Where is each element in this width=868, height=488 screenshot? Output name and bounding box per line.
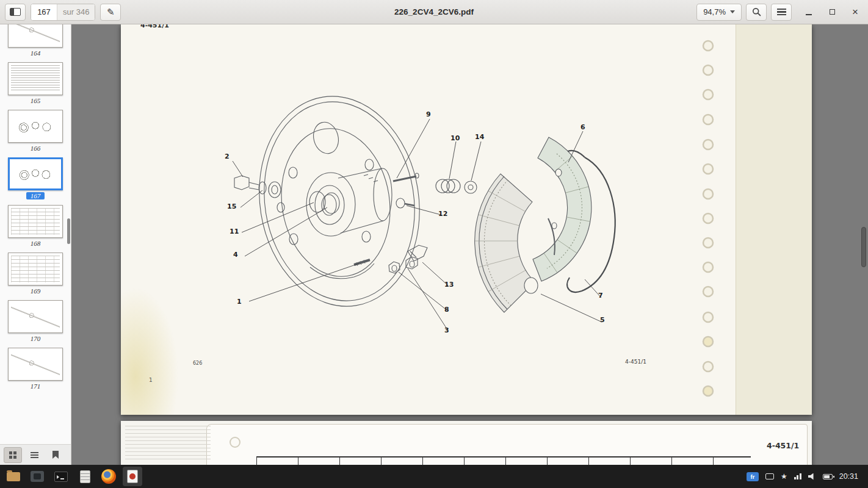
thumbnail-label: 171 [26, 382, 45, 390]
maximize-button[interactable] [826, 7, 837, 18]
battery-icon[interactable] [823, 474, 833, 479]
page-selector: sur 346 [31, 4, 95, 21]
part-callout-1: 1 [237, 298, 242, 306]
file-manager-launcher[interactable] [4, 467, 23, 486]
grid-icon [9, 451, 16, 459]
bookmark-icon [52, 451, 59, 459]
zoom-dropdown[interactable]: 94,7% [696, 4, 742, 21]
page-reference-bottom: 4-451/1 [625, 359, 646, 365]
thumbnail-label-selected: 167 [26, 192, 45, 199]
page-reference-top: 4-451/1 [140, 24, 169, 29]
part-callout-4: 4 [233, 251, 238, 259]
pdf-page-167: 4-451/1 626 4-451/1 1 1 2 3 4 5 6 7 8 9 … [121, 24, 812, 415]
search-button[interactable] [746, 4, 767, 21]
document-viewer-launcher[interactable] [123, 467, 142, 486]
window-controls: × [803, 7, 861, 18]
thumbnail-page-166[interactable]: 166 [8, 110, 63, 152]
thumbnail-page-167[interactable]: 167 [8, 157, 63, 199]
sidebar-toggle-button[interactable] [5, 4, 26, 21]
app-body: 164 165 166 167 168 169 [0, 24, 868, 465]
thumbnail-page-169[interactable]: 169 [8, 253, 63, 295]
header-bar: sur 346 ✎ 226_2CV4_2CV6.pdf 94,7% × [0, 0, 868, 24]
part-callout-14: 14 [475, 133, 484, 141]
thumbnail-label: 170 [26, 335, 45, 342]
page-total-label: sur 346 [57, 4, 95, 20]
thumbnail-label: 168 [26, 240, 45, 247]
bookmarks-view-button[interactable] [46, 447, 65, 463]
part-callout-2: 2 [225, 152, 230, 160]
pencil-icon: ✎ [107, 7, 115, 18]
minimize-button[interactable] [803, 7, 814, 18]
part-callout-3: 3 [444, 326, 449, 334]
sidebar-scrollbar[interactable] [67, 218, 70, 244]
system-tray: fr ★ 20:31 [747, 472, 864, 481]
sidebar-icon [10, 8, 21, 16]
document-view: 4-451/1 626 4-451/1 1 1 2 3 4 5 6 7 8 9 … [71, 24, 868, 465]
thumbnail-page-168[interactable]: 168 [8, 205, 63, 247]
thumbnail-sidebar: 164 165 166 167 168 169 [0, 24, 71, 465]
page-corner-number: 1 [149, 377, 153, 383]
hamburger-icon [777, 9, 786, 15]
clock[interactable]: 20:31 [839, 472, 858, 481]
vertical-scrollbar[interactable] [860, 24, 868, 465]
annotate-button[interactable]: ✎ [100, 4, 121, 21]
chevron-down-icon [730, 10, 735, 13]
taskbar: fr ★ 20:31 [0, 465, 868, 488]
page-binding-edge [736, 24, 812, 415]
scrollbar-thumb[interactable] [861, 227, 866, 267]
display-icon[interactable] [765, 473, 774, 479]
page2-reference: 4-451/1 [767, 441, 799, 450]
thumbnail-label: 165 [26, 97, 45, 104]
page2-table-top [256, 456, 751, 465]
firefox-icon [101, 469, 116, 484]
part-callout-7: 7 [598, 292, 603, 300]
thumbnail-preview [11, 303, 60, 330]
page-stain [121, 287, 179, 415]
volume-icon[interactable] [808, 473, 816, 480]
search-icon [752, 7, 761, 16]
thumbnail-label: 164 [26, 49, 45, 57]
part-callout-10: 10 [450, 134, 460, 142]
thumbnail-preview [11, 65, 60, 92]
plate-code: 626 [193, 361, 202, 366]
thumbnail-list: 164 165 166 167 168 169 [0, 15, 71, 444]
text-editor-launcher[interactable] [75, 467, 95, 486]
graphics-app-icon [31, 471, 44, 482]
page2-binder-hole [230, 437, 241, 448]
network-signal-icon[interactable] [794, 473, 801, 479]
thumbnail-preview [11, 113, 60, 140]
sidebar-footer [0, 444, 71, 465]
annotations-view-button[interactable] [25, 447, 43, 463]
menu-button[interactable] [771, 4, 792, 21]
zoom-level: 94,7% [703, 7, 726, 16]
graphics-app-launcher[interactable] [27, 467, 47, 486]
thumbnail-preview [12, 162, 59, 186]
keyboard-layout-indicator[interactable]: fr [747, 472, 759, 481]
folder-icon [7, 472, 20, 481]
part-callout-12: 12 [438, 210, 447, 218]
page2-text-lines [125, 426, 211, 462]
thumbnails-view-button[interactable] [4, 447, 22, 463]
pdf-page-168: 4-451/1 [121, 421, 812, 465]
thumbnail-preview [11, 256, 60, 282]
part-callout-11: 11 [230, 228, 239, 235]
minimize-icon [806, 14, 812, 15]
close-button[interactable]: × [850, 7, 861, 18]
thumbnail-preview [11, 208, 60, 235]
firefox-launcher[interactable] [99, 467, 118, 486]
brake-assembly-diagram [121, 24, 812, 415]
document-viewer-icon [127, 470, 138, 483]
maximize-icon [830, 9, 835, 15]
terminal-launcher[interactable] [51, 467, 71, 486]
part-callout-15: 15 [227, 203, 236, 210]
page-number-input[interactable] [31, 4, 57, 20]
part-callout-13: 13 [444, 281, 454, 289]
thumbnail-page-171[interactable]: 171 [8, 348, 63, 390]
thumbnail-page-165[interactable]: 165 [8, 62, 63, 104]
text-editor-icon [80, 470, 90, 483]
thumbnail-preview [11, 351, 60, 378]
window-title: 226_2CV4_2CV6.pdf [394, 7, 474, 16]
part-callout-5: 5 [600, 316, 605, 324]
star-icon[interactable]: ★ [781, 473, 787, 480]
thumbnail-page-170[interactable]: 170 [8, 300, 63, 342]
